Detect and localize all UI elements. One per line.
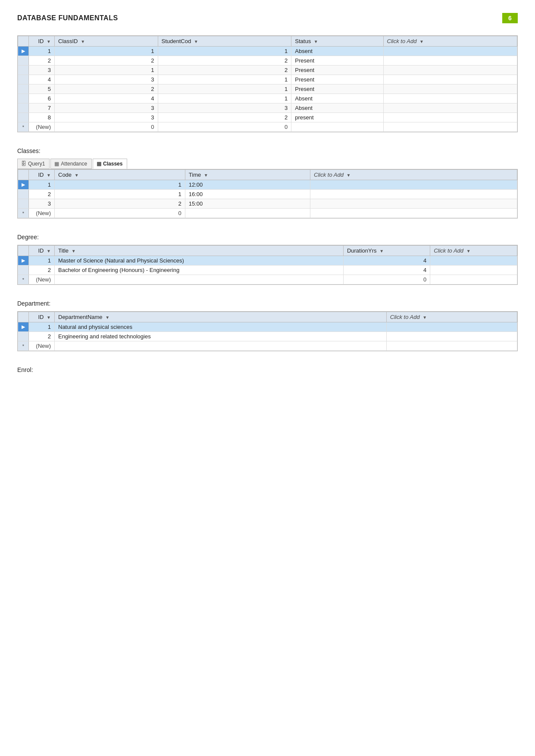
classes-time-cell: 12:00 [185,180,310,190]
attendance-classid-cell: 1 [55,47,158,56]
attendance-clicktoadd-cell [383,122,517,132]
classes-col-clicktoadd[interactable]: Click to Add ▼ [310,170,517,180]
row-indicator-cell [18,75,29,84]
attendance-classid-cell: 3 [55,103,158,113]
degree-dur-arrow[interactable]: ▼ [379,249,384,253]
degree-col-durationyrs[interactable]: DurationYrs ▼ [343,246,430,256]
dept-col-name[interactable]: DepartmentName ▼ [55,312,387,322]
department-row[interactable]: * (New) [18,341,517,351]
attendance-row[interactable]: 6 4 1 Absent [18,94,517,103]
classes-col-code[interactable]: Code ▼ [55,170,185,180]
studentcod-sort-arrow[interactable]: ▼ [194,39,198,44]
col-status[interactable]: Status ▼ [291,36,383,47]
degree-indicator-cell: * [18,275,29,284]
attendance-clicktoadd-cell [383,66,517,75]
dept-name-arrow[interactable]: ▼ [105,315,110,320]
degree-row[interactable]: 2 Bachelor of Engineering (Honours) - En… [18,266,517,275]
degree-title-arrow[interactable]: ▼ [72,249,76,253]
classes-row[interactable]: * (New) 0 [18,209,517,218]
attendance-status-cell [291,122,383,132]
classes-clicktoadd-arrow[interactable]: ▼ [347,173,351,178]
department-row[interactable]: ▶ 1 Natural and physical sciences [18,322,517,332]
attendance-clicktoadd-cell [383,94,517,103]
classes-col-time[interactable]: Time ▼ [185,170,310,180]
department-table-wrapper: ID ▼ DepartmentName ▼ Click to Add ▼ ▶ 1… [17,311,518,351]
classes-id-arrow[interactable]: ▼ [47,173,51,178]
tab-attendance-label: Attendance [61,161,87,167]
attendance-row[interactable]: 5 2 1 Present [18,84,517,94]
degree-row[interactable]: ▶ 1 Master of Science (Natural and Physi… [18,256,517,266]
degree-clicktoadd-cell [430,266,517,275]
degree-col-clicktoadd[interactable]: Click to Add ▼ [430,246,517,256]
attendance-section: ID ▼ ClassID ▼ StudentCod ▼ Status ▼ Cli… [17,35,518,134]
classes-id-cell: 1 [29,180,55,190]
dept-col-clicktoadd[interactable]: Click to Add ▼ [386,312,517,322]
col-clicktoadd-attendance[interactable]: Click to Add ▼ [383,36,517,47]
attendance-clicktoadd-cell [383,47,517,56]
tab-classes[interactable]: ▦ Classes [93,159,127,169]
col-studentcod[interactable]: StudentCod ▼ [158,36,291,47]
dept-name-cell [55,341,387,351]
classes-row[interactable]: 2 1 16:00 [18,190,517,199]
attendance-icon: ▦ [54,161,59,167]
classes-indicator-cell [18,199,29,209]
row-indicator-cell [18,103,29,113]
classes-code-cell: 1 [55,180,185,190]
degree-clicktoadd-arrow[interactable]: ▼ [466,249,471,253]
attendance-studentcod-cell: 1 [158,84,291,94]
tab-attendance[interactable]: ▦ Attendance [50,159,92,169]
page-number: 6 [502,13,518,23]
attendance-row[interactable]: 4 3 1 Present [18,75,517,84]
classes-code-arrow[interactable]: ▼ [75,173,79,178]
degree-section: Degree: ID ▼ Title ▼ DurationYrs ▼ Click… [17,234,518,286]
attendance-studentcod-cell: 0 [158,122,291,132]
degree-col-title[interactable]: Title ▼ [55,246,344,256]
attendance-row[interactable]: 7 3 3 Absent [18,103,517,113]
classid-sort-arrow[interactable]: ▼ [81,39,85,44]
classes-row[interactable]: 3 2 15:00 [18,199,517,209]
degree-table: ID ▼ Title ▼ DurationYrs ▼ Click to Add … [18,245,517,284]
classes-label: Classes: [17,147,518,154]
row-indicator-header [18,36,29,47]
col-classid[interactable]: ClassID ▼ [55,36,158,47]
attendance-tbody: ▶ 1 1 1 Absent 2 2 2 Present 3 1 2 Prese… [18,47,517,132]
dept-col-id[interactable]: ID ▼ [29,312,55,322]
classes-row[interactable]: ▶ 1 1 12:00 [18,180,517,190]
clicktoadd-arrow[interactable]: ▼ [419,39,424,44]
classes-indicator-cell: * [18,209,29,218]
degree-row[interactable]: * (New) 0 [18,275,517,284]
row-indicator-cell [18,94,29,103]
dept-clicktoadd-arrow[interactable]: ▼ [422,315,427,320]
classes-section: Classes: 🗄 Query1 ▦ Attendance ▦ Classes… [17,147,518,220]
classes-icon: ▦ [97,161,101,167]
department-row[interactable]: 2 Engineering and related technologies [18,332,517,341]
classes-time-arrow[interactable]: ▼ [204,173,208,178]
attendance-clicktoadd-cell [383,56,517,66]
dept-id-arrow[interactable]: ▼ [47,315,51,320]
classes-col-id[interactable]: ID ▼ [29,170,55,180]
attendance-row[interactable]: 8 3 2 present [18,113,517,122]
degree-label: Degree: [17,234,518,241]
classes-id-cell: (New) [29,209,55,218]
attendance-status-cell: Absent [291,103,383,113]
degree-title-cell: Bachelor of Engineering (Honours) - Engi… [55,266,344,275]
tab-query1[interactable]: 🗄 Query1 [17,159,50,169]
department-table: ID ▼ DepartmentName ▼ Click to Add ▼ ▶ 1… [18,312,517,351]
id-sort-arrow[interactable]: ▼ [47,39,51,44]
attendance-row[interactable]: 3 1 2 Present [18,66,517,75]
attendance-row[interactable]: ▶ 1 1 1 Absent [18,47,517,56]
classes-clicktoadd-cell [310,190,517,199]
attendance-header-row: ID ▼ ClassID ▼ StudentCod ▼ Status ▼ Cli… [18,36,517,47]
degree-id-arrow[interactable]: ▼ [47,249,51,253]
dept-indicator-cell [18,332,29,341]
degree-col-id[interactable]: ID ▼ [29,246,55,256]
row-indicator-cell [18,56,29,66]
attendance-row[interactable]: 2 2 2 Present [18,56,517,66]
attendance-row[interactable]: * (New) 0 0 [18,122,517,132]
status-sort-arrow[interactable]: ▼ [314,39,318,44]
attendance-clicktoadd-cell [383,103,517,113]
degree-id-cell: 2 [29,266,55,275]
col-id[interactable]: ID ▼ [29,36,55,47]
department-tbody: ▶ 1 Natural and physical sciences 2 Engi… [18,322,517,351]
degree-indicator-header [18,246,29,256]
